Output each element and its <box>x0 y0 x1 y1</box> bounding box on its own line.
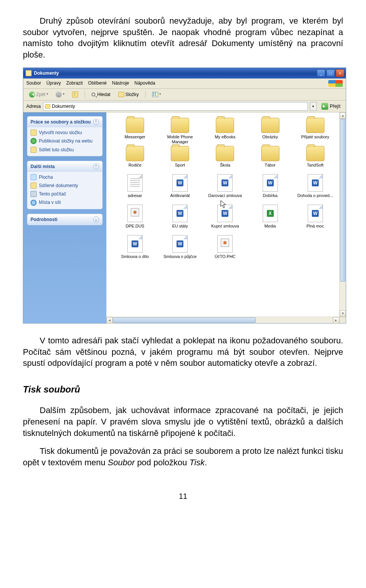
sidebar-new-folder[interactable]: Vytvořit novou složku <box>30 130 99 136</box>
sidebar-desktop[interactable]: Plocha <box>30 174 99 180</box>
file-label: Dohoda o proved... <box>297 193 333 203</box>
toolbar: Zpět ▾ ▾ Hledat Složky ▾ <box>23 89 346 101</box>
file-label: TandSoft <box>307 163 323 173</box>
folder-icon <box>171 118 189 133</box>
details-panel-header[interactable]: Podrobnosti⌄ <box>27 214 102 225</box>
generic-file-icon <box>217 235 233 253</box>
views-button[interactable]: ▾ <box>149 91 164 98</box>
go-button[interactable]: Přejít <box>319 102 343 111</box>
sidebar-share[interactable]: Sdílet tuto složku <box>30 147 99 153</box>
word-file-icon: W <box>172 174 188 192</box>
menu-edit[interactable]: Úpravy <box>47 80 61 87</box>
file-label: Přijaté soubory <box>301 135 329 144</box>
menu-help[interactable]: Nápověda <box>134 80 155 87</box>
scroll-thumb[interactable] <box>340 119 345 282</box>
file-item[interactable]: ÚčTO.PHC <box>204 235 246 264</box>
file-item[interactable]: TandSoft <box>294 146 336 173</box>
sidebar: Práce se soubory a složkou⌃ Vytvořit nov… <box>23 112 106 317</box>
word-file-icon: W <box>308 174 323 192</box>
network-icon <box>30 200 37 206</box>
sidebar-publish[interactable]: Publikovat složky na webu <box>30 138 99 144</box>
file-label: Messenger <box>125 135 145 144</box>
address-field[interactable]: Dokumenty <box>43 102 308 111</box>
scroll-thumb-h[interactable] <box>113 317 256 323</box>
text-file-icon <box>127 174 143 192</box>
file-item[interactable]: WDarovací smlouva <box>204 174 246 203</box>
generic-file-icon <box>127 205 143 222</box>
file-item[interactable]: WSmlouva o půjčce <box>159 235 201 264</box>
back-button[interactable]: Zpět ▾ <box>26 90 51 99</box>
file-label: Obrázky <box>262 135 278 144</box>
file-item[interactable]: Mobile Phone Manager <box>159 118 201 144</box>
file-label: Antikvariát <box>170 193 190 203</box>
file-item[interactable]: Sport <box>159 146 201 173</box>
file-item[interactable]: adresar <box>114 174 156 203</box>
paragraph-3: Dalším způsobem, jak uchovávat informace… <box>23 405 343 439</box>
file-item[interactable]: Škola <box>204 146 246 173</box>
file-item[interactable]: WDobírka <box>249 174 291 203</box>
folder-icon <box>26 70 32 76</box>
file-label: My eBooks <box>215 135 235 144</box>
tasks-panel: Práce se soubory a složkou⌃ Vytvořit nov… <box>27 116 103 156</box>
titlebar[interactable]: Dokumenty _ □ × <box>23 68 346 79</box>
tasks-panel-header[interactable]: Práce se soubory a složkou⌃ <box>27 117 102 127</box>
folder-icon <box>216 146 234 161</box>
back-arrow-icon <box>29 91 35 98</box>
up-button[interactable] <box>69 90 81 99</box>
close-button[interactable]: × <box>336 69 344 77</box>
file-item[interactable]: WSmlouva o dílo <box>114 235 156 264</box>
window-title: Dokumenty <box>34 70 317 76</box>
chevron-up-icon: ⌃ <box>93 163 99 170</box>
file-label: Plná moc <box>307 224 324 234</box>
minimize-button[interactable]: _ <box>317 69 325 77</box>
scroll-up-button[interactable]: ▴ <box>340 112 346 119</box>
folder-icon <box>261 118 279 133</box>
menu-tools[interactable]: Nástroje <box>112 80 129 87</box>
icon-grid[interactable]: MessengerMobile Phone ManagerMy eBooksOb… <box>106 112 339 317</box>
scroll-down-button[interactable]: ▾ <box>340 310 346 317</box>
folders-button[interactable]: Složky <box>116 90 141 99</box>
maximize-button[interactable]: □ <box>326 69 335 77</box>
file-item[interactable]: WDohoda o proved... <box>294 174 336 203</box>
places-panel-header[interactable]: Další místa⌃ <box>27 161 102 172</box>
file-label: EU státy <box>172 224 188 234</box>
details-panel: Podrobnosti⌄ <box>27 214 103 225</box>
menu-view[interactable]: Zobrazit <box>66 80 83 87</box>
scroll-right-button[interactable]: ▸ <box>333 317 339 324</box>
menubar: Soubor Úpravy Zobrazit Oblíbené Nástroje… <box>23 79 346 89</box>
file-item[interactable]: Messenger <box>114 118 156 144</box>
menu-favorites[interactable]: Oblíbené <box>88 80 107 87</box>
file-item[interactable]: XMedia <box>249 205 291 234</box>
sidebar-computer[interactable]: Tento počítač <box>30 191 99 197</box>
forward-button: ▾ <box>53 90 67 99</box>
vertical-scrollbar[interactable]: ▴ ▾ <box>339 112 346 317</box>
file-item[interactable]: Obrázky <box>249 118 291 144</box>
sidebar-shared-documents[interactable]: Sdílené dokumenty <box>30 183 99 189</box>
file-item[interactable]: WPlná moc <box>294 205 336 234</box>
places-panel: Další místa⌃ Plocha Sdílené dokumenty Te… <box>27 161 103 209</box>
file-item[interactable]: My eBooks <box>204 118 246 144</box>
address-dropdown[interactable]: ▾ <box>310 102 317 111</box>
file-item[interactable]: WAntikvariát <box>159 174 201 203</box>
menu-file[interactable]: Soubor <box>26 80 41 87</box>
paragraph-2: V tomto adresáři pak stačí vyhledat a po… <box>23 335 343 369</box>
desktop-icon <box>30 174 37 180</box>
file-item[interactable]: WKupní smlouva <box>204 205 246 234</box>
file-item[interactable]: WEU státy <box>159 205 201 234</box>
file-item[interactable]: DPE.DUS <box>114 205 156 234</box>
sidebar-network[interactable]: Místa v síti <box>30 199 99 205</box>
file-item[interactable]: Tábor <box>249 146 291 173</box>
file-explorer-window: Dokumenty _ □ × Soubor Úpravy Zobrazit O… <box>23 67 346 324</box>
search-icon <box>92 93 95 96</box>
horizontal-scrollbar[interactable]: ◂ ▸ <box>106 317 339 323</box>
file-label: DPE.DUS <box>126 224 144 234</box>
file-item[interactable]: Přijaté soubory <box>294 118 336 144</box>
new-folder-icon <box>30 130 37 136</box>
file-label: Tábor <box>265 163 276 173</box>
scroll-left-button[interactable]: ◂ <box>106 317 113 324</box>
globe-icon <box>30 138 37 144</box>
search-button[interactable]: Hledat <box>89 90 113 99</box>
file-item[interactable]: Rodiče <box>114 146 156 173</box>
file-label: Rodiče <box>128 163 141 173</box>
word-file-icon: W <box>172 205 188 222</box>
